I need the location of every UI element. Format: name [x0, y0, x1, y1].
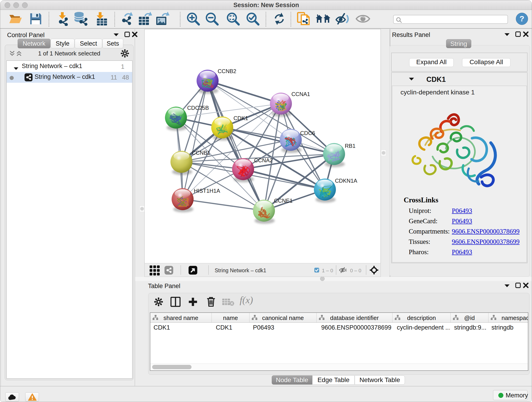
- home-networks-icon[interactable]: [315, 13, 331, 26]
- node-ccnb1[interactable]: [171, 151, 192, 175]
- node-hist1h1a[interactable]: [172, 188, 194, 212]
- tab-network-table[interactable]: Network Table: [355, 375, 405, 385]
- import-table-file-icon[interactable]: [95, 12, 108, 27]
- node-cdc6[interactable]: [280, 129, 302, 153]
- delete-table-icon[interactable]: [222, 298, 234, 307]
- column-header-canonical-name[interactable]: canonical name: [249, 313, 317, 323]
- collection-expander-icon[interactable]: [13, 65, 19, 72]
- collapse-all-button[interactable]: Collapse All: [462, 58, 510, 67]
- edge-ccnb2-ccna1[interactable]: [208, 81, 281, 104]
- tab-style[interactable]: Style: [51, 39, 75, 48]
- horizontal-splitter-handle[interactable]: [320, 276, 325, 281]
- birdseye-grid-icon[interactable]: [150, 265, 160, 277]
- column-header-shared-name[interactable]: shared name: [150, 313, 212, 323]
- show-columns-icon[interactable]: [171, 297, 181, 308]
- cell-description[interactable]: cyclin-dependent ...: [397, 324, 450, 331]
- column-header-description[interactable]: description: [393, 313, 451, 323]
- right-splitter-handle[interactable]: [381, 150, 386, 156]
- show-all-icon[interactable]: [355, 14, 370, 25]
- memory-button[interactable]: Memory: [493, 390, 527, 400]
- copy-network-icon[interactable]: [297, 12, 311, 27]
- selected-checkbox-icon[interactable]: [314, 268, 319, 274]
- cdk1-section-header[interactable]: CDK1: [392, 73, 527, 86]
- tab-select[interactable]: Select: [75, 39, 102, 48]
- horizontal-splitter[interactable]: [135, 277, 532, 281]
- node-rb1[interactable]: [323, 143, 345, 167]
- cloud-status-button[interactable]: [5, 392, 19, 402]
- refresh-icon[interactable]: [272, 12, 286, 26]
- column-header-database-identifier[interactable]: database identifier: [317, 313, 393, 323]
- node-cdkn1a[interactable]: [314, 179, 336, 203]
- node-ccnb2[interactable]: [196, 70, 219, 94]
- table-panel-close-icon[interactable]: [523, 282, 529, 289]
- crosslink-link[interactable]: 9606.ENSP00000378699: [452, 228, 520, 235]
- crosslink-link[interactable]: P06493: [452, 217, 472, 225]
- table-panel-float-icon[interactable]: [515, 282, 521, 289]
- tab-edge-table[interactable]: Edge Table: [312, 375, 355, 385]
- tab-network[interactable]: Network: [18, 39, 51, 48]
- node-cdc25b[interactable]: [165, 107, 187, 131]
- cell-canonical-name[interactable]: P06493: [253, 324, 316, 331]
- tab-node-table[interactable]: Node Table: [272, 375, 312, 385]
- open-session-icon[interactable]: [8, 13, 23, 26]
- network-collection-row[interactable]: String Network – cdk1 1: [7, 61, 132, 72]
- tab-sets[interactable]: Sets: [102, 39, 123, 48]
- tab-string[interactable]: String: [446, 39, 471, 48]
- edge-ccnb2-hist1h1a[interactable]: [183, 81, 208, 199]
- column-header--id[interactable]: @id: [451, 313, 488, 323]
- node-ccna2[interactable]: [232, 158, 254, 182]
- table-panel-menu-icon[interactable]: [504, 284, 510, 288]
- cell-name[interactable]: CDK1: [216, 324, 249, 331]
- table-row[interactable]: CDK1CDK1P064939606.ENSP00000378699cyclin…: [150, 323, 528, 332]
- control-panel-close-icon[interactable]: [132, 32, 138, 38]
- add-column-icon[interactable]: [188, 297, 198, 308]
- crosslink-link[interactable]: P06493: [452, 207, 472, 215]
- expand-all-button[interactable]: Expand All: [409, 58, 454, 67]
- zoom-selected-icon[interactable]: [246, 12, 260, 27]
- results-panel-float-icon[interactable]: [515, 31, 521, 38]
- left-splitter-handle[interactable]: [139, 206, 145, 212]
- network-view-canvas[interactable]: CCNB2CCNA1CDC25BCDK1CDC6RB1CCNB1CCNA2CDK…: [144, 29, 381, 263]
- search-field[interactable]: [393, 15, 508, 24]
- control-panel-menu-icon[interactable]: [114, 33, 119, 37]
- network-row-selected[interactable]: String Network – cdk1 11 48: [7, 72, 132, 83]
- network-options-gear-icon[interactable]: [120, 49, 129, 59]
- zoom-in-icon[interactable]: [186, 12, 200, 27]
- zoom-fit-icon[interactable]: [226, 12, 240, 27]
- delete-column-trash-icon[interactable]: [206, 296, 216, 308]
- import-network-file-icon[interactable]: [56, 12, 70, 27]
- right-splitter[interactable]: [381, 29, 390, 277]
- column-header-namespace[interactable]: namespace: [488, 313, 528, 323]
- import-network-database-icon[interactable]: [73, 12, 88, 27]
- cell--id[interactable]: stringdb:9...: [454, 324, 488, 331]
- node-ccna1[interactable]: [270, 93, 292, 117]
- hide-selected-icon[interactable]: [335, 13, 350, 26]
- function-builder-fx[interactable]: f(x): [240, 294, 253, 306]
- control-panel-float-icon[interactable]: [124, 32, 130, 38]
- results-panel-close-icon[interactable]: [523, 31, 529, 38]
- crosslink-link[interactable]: 9606.ENSP00000378699: [452, 238, 520, 245]
- open-in-window-icon[interactable]: [189, 266, 197, 275]
- network-badge-icon[interactable]: [165, 266, 173, 275]
- warnings-button[interactable]: [25, 392, 39, 402]
- column-header-name[interactable]: name: [212, 313, 249, 323]
- cell-database-identifier[interactable]: 9606.ENSP00000378699: [321, 324, 392, 331]
- zoom-out-icon[interactable]: [205, 12, 219, 27]
- cell-namespace[interactable]: stringdb: [491, 324, 528, 331]
- crosslink-link[interactable]: P06493: [452, 248, 472, 256]
- section-expander-icon[interactable]: [409, 77, 414, 82]
- cell-shared-name[interactable]: CDK1: [153, 324, 211, 331]
- help-icon[interactable]: ?: [516, 13, 528, 26]
- export-network-icon[interactable]: [120, 12, 134, 27]
- table-options-gear-icon[interactable]: [154, 297, 163, 307]
- edge-hist1h1a-ccne1[interactable]: [183, 199, 264, 211]
- crosshair-icon[interactable]: [370, 266, 378, 275]
- table-horizontal-scrollbar[interactable]: [150, 364, 528, 370]
- search-input[interactable]: [404, 16, 505, 23]
- export-table-icon[interactable]: [138, 12, 152, 27]
- node-ccne1[interactable]: [253, 200, 275, 224]
- export-image-icon[interactable]: [155, 12, 170, 27]
- table-scrollbar-thumb[interactable]: [152, 365, 191, 369]
- results-panel-menu-icon[interactable]: [504, 33, 510, 37]
- node-cdk1[interactable]: [211, 116, 233, 140]
